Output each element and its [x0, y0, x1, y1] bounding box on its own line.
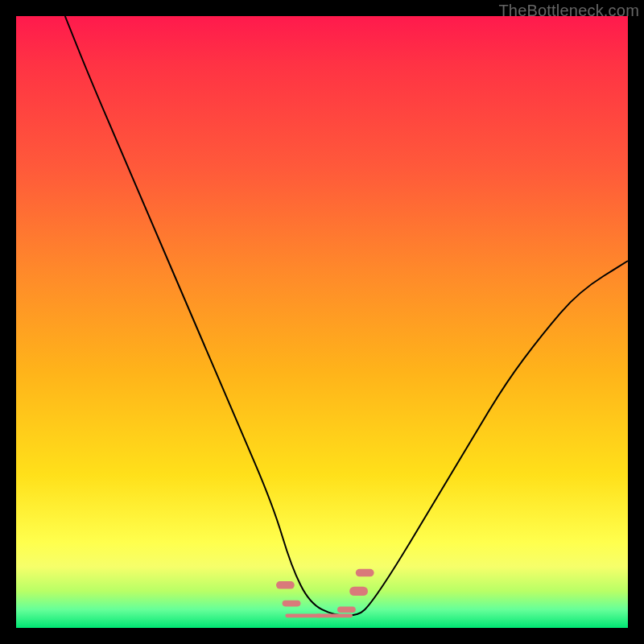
plot-area: [16, 16, 628, 628]
chart-frame: TheBottleneck.com: [0, 0, 644, 644]
watermark-text: TheBottleneck.com: [498, 2, 639, 20]
